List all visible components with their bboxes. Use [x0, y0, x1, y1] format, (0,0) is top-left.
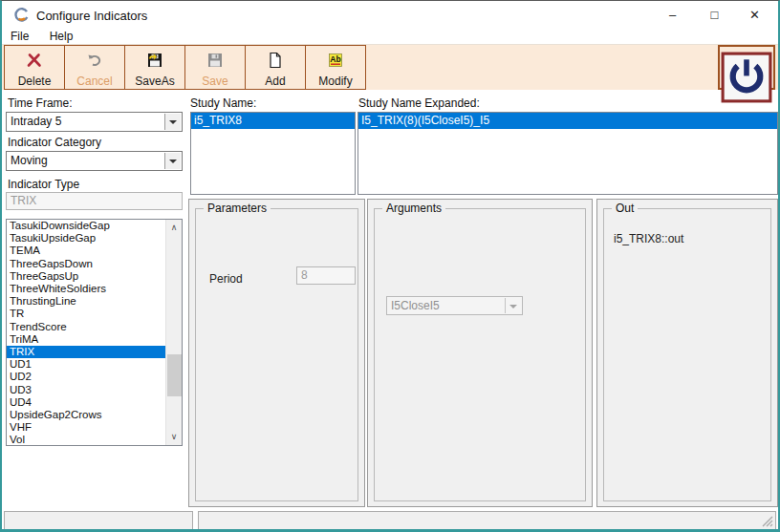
scroll-down-icon[interactable]: ∨ [166, 429, 182, 445]
time-frame-select[interactable]: Intraday 5 [6, 112, 183, 132]
window-title: Configure Indicators [36, 9, 147, 23]
study-name-row[interactable]: i5_TRIX8 [191, 113, 355, 129]
status-panel-right [198, 511, 776, 530]
indicator-category-value: Moving [11, 154, 48, 167]
close-button[interactable]: Close [718, 45, 775, 90]
close-window-button[interactable]: ✕ [733, 1, 776, 30]
list-item[interactable]: UD3 [7, 384, 165, 396]
arguments-groupbox: Arguments I5CloseI5 [374, 208, 586, 501]
minimize-button[interactable]: – [651, 1, 694, 30]
study-name-expanded-label: Study Name Expanded: [358, 96, 480, 110]
save-button[interactable]: Save [184, 45, 246, 90]
list-item[interactable]: UpsideGap2Crows [7, 409, 165, 421]
parameters-groupbox: Parameters Period 8 [195, 208, 358, 501]
save-as-button[interactable]: SaveAs [124, 45, 185, 90]
list-item[interactable]: TrendScore [7, 321, 165, 333]
list-item[interactable]: TriMA [7, 333, 165, 346]
period-label: Period [209, 272, 243, 286]
svg-text:Ab: Ab [330, 54, 340, 64]
delete-button[interactable]: Delete [4, 45, 65, 90]
out-title: Out [612, 202, 638, 215]
add-button[interactable]: Add [245, 45, 306, 90]
list-item[interactable]: Vol [7, 434, 165, 446]
scroll-up-icon[interactable]: ∧ [166, 220, 182, 236]
chevron-down-icon [505, 298, 521, 313]
list-item[interactable]: TasukiDownsideGap [7, 220, 165, 232]
title-bar: Configure Indicators – □ ✕ [2, 1, 778, 30]
argument-value: I5CloseI5 [391, 299, 440, 312]
indicator-category-select[interactable]: Moving [6, 151, 183, 171]
save-as-button-label: SaveAs [135, 74, 174, 88]
indicator-type-field[interactable]: TRIX [6, 192, 183, 210]
cancel-button-label: Cancel [76, 74, 112, 88]
modify-button[interactable]: Ab Modify [305, 45, 366, 90]
arguments-title: Arguments [382, 202, 445, 215]
parameters-title: Parameters [204, 202, 271, 215]
save-as-icon [146, 51, 163, 70]
list-item[interactable]: UD2 [7, 371, 165, 383]
toolbar: Delete Cancel SaveAs [2, 44, 778, 90]
list-item[interactable]: TasukiUpsideGap [7, 232, 165, 245]
new-document-icon [267, 51, 284, 70]
list-item[interactable]: ThreeGapsUp [7, 270, 165, 283]
study-name-expanded-list[interactable]: I5_TRIX(8)(I5CloseI5)_I5 [358, 112, 778, 195]
parameters-panel: Parameters Period 8 [188, 199, 365, 507]
scrollbar-thumb[interactable] [167, 354, 182, 396]
delete-button-label: Delete [18, 74, 52, 88]
scrollbar[interactable]: ∧ ∨ [165, 220, 182, 445]
power-icon [720, 51, 773, 104]
menu-file[interactable]: File [2, 30, 37, 44]
list-item[interactable]: UD1 [7, 358, 165, 371]
delete-x-icon [26, 51, 43, 70]
modify-button-label: Modify [318, 74, 352, 88]
time-frame-label: Time Frame: [8, 96, 73, 110]
list-item[interactable]: TEMA [7, 245, 165, 257]
indicator-type-label: Indicator Type [8, 178, 79, 191]
indicator-list-items: TasukiDownsideGapTasukiUpsideGapTEMAThre… [7, 220, 165, 446]
out-value: i5_TRIX8::out [614, 232, 683, 245]
status-panel-left [4, 511, 193, 530]
chevron-down-icon[interactable] [164, 114, 181, 130]
list-item[interactable]: UD4 [7, 396, 165, 409]
list-item[interactable]: ThreeWhiteSoldiers [7, 283, 165, 295]
period-field[interactable]: 8 [296, 266, 356, 285]
status-bar [2, 509, 778, 530]
list-item[interactable]: VHF [7, 421, 165, 434]
save-button-label: Save [202, 74, 228, 88]
maximize-button[interactable]: □ [693, 1, 736, 30]
study-name-label: Study Name: [190, 96, 256, 110]
modify-text-icon: Ab [327, 51, 344, 70]
list-item[interactable]: ThreeGapsDown [7, 258, 165, 270]
save-icon [206, 51, 224, 70]
undo-arrow-icon [86, 51, 103, 70]
study-name-expanded-row[interactable]: I5_TRIX(8)(I5CloseI5)_I5 [358, 113, 777, 129]
app-logo-icon [13, 7, 30, 23]
indicator-type-list[interactable]: TasukiDownsideGapTasukiUpsideGapTEMAThre… [6, 219, 183, 446]
out-groupbox: Out i5_TRIX8::out [603, 208, 771, 501]
list-item[interactable]: TR [7, 308, 165, 320]
configure-indicators-window: Configure Indicators – □ ✕ File Help Del… [0, 0, 780, 532]
resize-grip[interactable] [762, 516, 773, 527]
add-button-label: Add [265, 74, 285, 88]
menu-bar: File Help [2, 30, 778, 44]
study-name-list[interactable]: i5_TRIX8 [190, 112, 356, 195]
out-panel: Out i5_TRIX8::out [596, 199, 778, 507]
list-item[interactable]: ThrustingLine [7, 295, 165, 308]
chevron-down-icon[interactable] [164, 153, 181, 169]
indicator-category-label: Indicator Category [8, 136, 101, 149]
arguments-panel: Arguments I5CloseI5 [367, 199, 593, 507]
argument-select[interactable]: I5CloseI5 [386, 296, 523, 315]
list-item[interactable]: TRIX [7, 346, 165, 358]
cancel-button[interactable]: Cancel [64, 45, 125, 90]
time-frame-value: Intraday 5 [11, 115, 61, 128]
menu-help[interactable]: Help [41, 30, 82, 44]
